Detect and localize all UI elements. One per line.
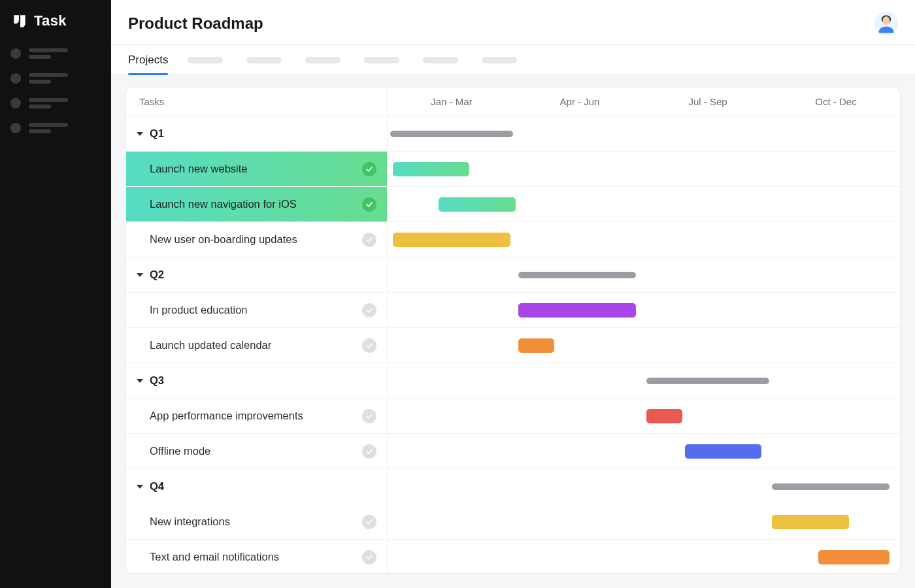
group-bar[interactable] — [390, 131, 513, 137]
task-bar[interactable] — [393, 233, 510, 247]
task-left: Launch new website — [126, 152, 388, 186]
brand-logo-icon — [10, 12, 29, 30]
status-pending-icon[interactable] — [362, 303, 376, 318]
tab-projects[interactable]: Projects — [128, 45, 168, 74]
avatar[interactable] — [874, 12, 898, 35]
status-pending-icon[interactable] — [362, 444, 376, 459]
tasks-column-label: Tasks — [139, 96, 164, 107]
task-timeline — [388, 540, 900, 573]
task-bar[interactable] — [646, 409, 682, 423]
task-left: New integrations — [126, 504, 388, 539]
task-label: App performance improvements — [150, 410, 303, 422]
tasks-column-header: Tasks — [126, 88, 388, 116]
task-row[interactable]: Text and email notifications — [126, 540, 900, 573]
group-left: Q1 — [126, 116, 388, 151]
tab-placeholder[interactable] — [188, 57, 223, 63]
task-timeline — [388, 434, 900, 468]
group-timeline — [388, 257, 900, 292]
brand-name: Task — [34, 12, 67, 29]
group-bar[interactable] — [646, 378, 769, 384]
task-label: Launch new website — [150, 163, 248, 175]
task-bar[interactable] — [518, 338, 554, 353]
timeline-column: Jan - Mar — [388, 88, 516, 116]
group-label: Q2 — [150, 269, 164, 281]
group-bar[interactable] — [772, 483, 890, 490]
task-left: Text and email notifications — [126, 540, 388, 573]
group-left: Q2 — [126, 257, 388, 292]
tab-placeholder[interactable] — [246, 57, 282, 63]
task-label: In product education — [150, 304, 248, 316]
task-bar[interactable] — [439, 197, 516, 212]
app-root: Task Product Roadmap Projects — [0, 0, 915, 588]
group-row[interactable]: Q2 — [126, 257, 900, 293]
tab-placeholder[interactable] — [482, 57, 517, 63]
caret-down-icon — [137, 485, 143, 489]
task-row[interactable]: New integrations — [126, 504, 900, 540]
task-bar[interactable] — [685, 444, 762, 459]
task-timeline — [388, 293, 900, 327]
sidebar-item-dot-icon — [10, 123, 21, 133]
sidebar-item-dot-icon — [10, 48, 21, 59]
status-pending-icon[interactable] — [362, 515, 376, 529]
group-row[interactable]: Q3 — [126, 363, 900, 399]
group-row[interactable]: Q4 — [126, 469, 900, 504]
caret-down-icon — [137, 379, 143, 383]
sidebar-item-placeholder[interactable] — [10, 98, 101, 108]
task-timeline — [388, 152, 900, 186]
sidebar-item-placeholder[interactable] — [10, 48, 101, 59]
timeline-column-label: Jan - Mar — [431, 96, 472, 107]
group-label: Q3 — [150, 374, 164, 387]
status-done-icon[interactable] — [362, 162, 376, 176]
group-bar[interactable] — [518, 272, 636, 278]
tab-placeholder[interactable] — [423, 57, 458, 63]
caret-down-icon — [137, 273, 143, 277]
task-label: New user on-boarding updates — [150, 233, 297, 246]
task-label: New integrations — [150, 515, 230, 528]
task-left: New user on-boarding updates — [126, 222, 388, 257]
group-left: Q4 — [126, 469, 388, 504]
sidebar-item-lines — [29, 73, 68, 84]
task-row[interactable]: App performance improvements — [126, 399, 900, 434]
status-pending-icon[interactable] — [362, 338, 376, 353]
caret-down-icon — [137, 132, 143, 136]
panel-body: Q1Launch new websiteLaunch new navigatio… — [126, 116, 900, 573]
status-pending-icon[interactable] — [362, 550, 376, 564]
task-row[interactable]: Offline mode — [126, 434, 900, 469]
timeline-column-label: Apr - Jun — [560, 96, 600, 107]
content: Tasks Jan - MarApr - JunJul - SepOct - D… — [111, 75, 915, 588]
task-row[interactable]: Launch new website — [126, 152, 900, 187]
group-timeline — [388, 469, 900, 504]
task-left: Launch new navigation for iOS — [126, 187, 388, 221]
task-row[interactable]: Launch new navigation for iOS — [126, 187, 900, 222]
header: Product Roadmap — [111, 0, 915, 45]
status-pending-icon[interactable] — [362, 409, 376, 423]
task-timeline — [388, 222, 900, 257]
status-done-icon[interactable] — [362, 197, 376, 212]
group-row[interactable]: Q1 — [126, 116, 900, 152]
timeline-header: Jan - MarApr - JunJul - SepOct - Dec — [388, 88, 900, 116]
tab-placeholder[interactable] — [305, 57, 341, 63]
tab-projects-label: Projects — [128, 54, 168, 67]
sidebar-item-placeholder[interactable] — [10, 123, 101, 133]
task-left: In product education — [126, 293, 388, 327]
task-row[interactable]: In product education — [126, 293, 900, 328]
timeline-column: Jul - Sep — [644, 88, 772, 116]
task-timeline — [388, 504, 900, 539]
tab-placeholder[interactable] — [364, 57, 399, 63]
task-bar[interactable] — [818, 550, 890, 564]
sidebar-item-placeholder[interactable] — [10, 73, 101, 84]
group-label: Q1 — [150, 127, 164, 140]
task-left: App performance improvements — [126, 399, 388, 433]
task-label: Offline mode — [150, 445, 210, 457]
task-timeline — [388, 399, 900, 433]
task-bar[interactable] — [518, 303, 636, 318]
task-bar[interactable] — [772, 515, 849, 529]
task-left: Offline mode — [126, 434, 388, 468]
task-row[interactable]: Launch updated calendar — [126, 328, 900, 363]
brand[interactable]: Task — [0, 8, 111, 42]
status-pending-icon[interactable] — [362, 233, 376, 247]
panel-header: Tasks Jan - MarApr - JunJul - SepOct - D… — [126, 88, 900, 116]
task-label: Launch new navigation for iOS — [150, 198, 297, 210]
task-row[interactable]: New user on-boarding updates — [126, 222, 900, 257]
task-bar[interactable] — [393, 162, 470, 176]
